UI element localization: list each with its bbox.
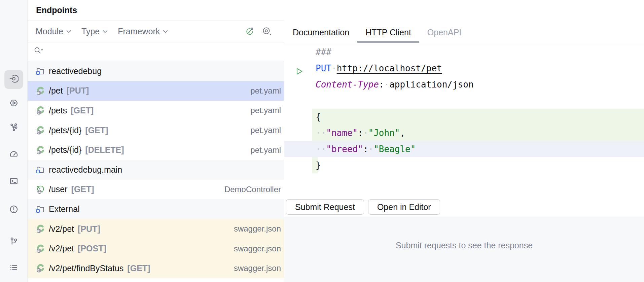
chevron-down-icon — [66, 30, 71, 33]
terminal-icon — [9, 176, 19, 187]
filter-bar: Module Type Framework — [28, 21, 284, 42]
problems-icon — [9, 205, 19, 215]
api-availability-icon[interactable] — [244, 27, 254, 37]
endpoint-row-/v2/pet[interactable]: /v2/pet [POST] swagger.json — [28, 239, 284, 258]
version-control-icon — [9, 237, 19, 247]
response-placeholder-area: Submit requests to see the response — [284, 217, 644, 282]
endpoint-path: reactivedebug — [49, 66, 102, 76]
source-file-label: swagger.json — [234, 224, 281, 234]
stripe-item-profiler[interactable] — [4, 145, 23, 164]
endpoints-tool-window: Endpoints Module Type Framework reactive… — [0, 0, 644, 282]
tool-window-stripe — [0, 0, 28, 282]
code-line[interactable]: ··"breed":·"Beagle" — [284, 141, 644, 157]
search-icon[interactable] — [33, 46, 45, 58]
method-tag: [GET] — [127, 263, 150, 273]
api-endpoint-icon — [36, 86, 45, 96]
endpoint-row-/v2/pet[interactable]: /v2/pet [PUT] swagger.json — [28, 219, 284, 239]
tab-documentation[interactable]: Documentation — [285, 21, 357, 44]
tab-openapi[interactable]: OpenAPI — [419, 21, 469, 44]
endpoint-row-/v2/pet/findByStatus[interactable]: /v2/pet/findByStatus [GET] swagger.json — [28, 258, 284, 278]
method-tag: [POST] — [78, 244, 106, 253]
source-file-label: pet.yaml — [250, 126, 281, 135]
endpoints-icon — [9, 74, 19, 85]
endpoint-row-/pets[interactable]: /pets [GET] pet.yaml — [28, 101, 284, 120]
endpoint-row-/user[interactable]: /user [GET] DemoController — [28, 180, 284, 200]
api-endpoint-icon — [36, 145, 45, 155]
stripe-item-todo[interactable] — [4, 259, 23, 278]
code-line[interactable]: PUT·http://localhost/pet — [284, 60, 644, 76]
run-request-icon[interactable] — [295, 64, 303, 72]
tab-http-client[interactable]: HTTP Client — [357, 21, 419, 44]
profiler-icon — [9, 149, 19, 160]
endpoint-path: /pet — [49, 86, 63, 96]
endpoint-path: /v2/pet/findByStatus — [49, 263, 123, 273]
method-tag: [PUT] — [78, 224, 100, 234]
stripe-item-terminal[interactable] — [4, 172, 23, 191]
endpoint-path: reactivedebug.main — [49, 165, 122, 175]
open-in-editor-button[interactable]: Open in Editor — [368, 199, 440, 215]
method-tag: [PUT] — [67, 86, 89, 96]
source-file-label: DemoController — [224, 185, 281, 194]
method-tag: [DELETE] — [85, 145, 124, 155]
code-line[interactable]: Content-Type:·application/json — [284, 76, 644, 93]
injected-fragment-highlight — [312, 109, 644, 125]
code-line[interactable] — [284, 93, 644, 109]
details-tabs: DocumentationHTTP ClientOpenAPI — [284, 21, 644, 44]
stripe-item-endpoints[interactable] — [4, 70, 23, 89]
services-icon — [9, 98, 19, 109]
response-placeholder-text: Submit requests to see the response — [396, 241, 533, 250]
code-line[interactable]: ### — [284, 44, 644, 60]
module-row-External[interactable]: External — [28, 199, 284, 219]
endpoint-path: /v2/pet — [49, 244, 74, 253]
todo-icon — [9, 263, 19, 274]
source-file-label: pet.yaml — [250, 86, 281, 96]
endpoint-path: /pets — [49, 106, 67, 115]
endpoint-details-panel: DocumentationHTTP ClientOpenAPI ###PUT·h… — [284, 0, 644, 282]
endpoint-path: /user — [49, 184, 68, 194]
module-folder-icon — [36, 165, 45, 174]
api-endpoint-icon — [36, 263, 45, 273]
source-file-label: swagger.json — [234, 244, 281, 253]
endpoint-path: /pets/{id} — [49, 145, 81, 155]
spring-endpoint-icon — [36, 185, 45, 194]
stripe-item-beans[interactable] — [4, 118, 23, 137]
module-folder-icon — [36, 66, 45, 76]
module-row-reactivedebug[interactable]: reactivedebug — [28, 61, 284, 81]
code-line[interactable]: ··"name":·"John", — [284, 125, 644, 141]
stripe-item-problems[interactable] — [4, 201, 23, 219]
chevron-down-icon — [103, 30, 108, 33]
http-request-editor[interactable]: ###PUT·http://localhost/petContent-Type:… — [284, 44, 644, 217]
filter-framework[interactable]: Framework — [118, 27, 168, 36]
module-folder-icon — [36, 204, 45, 214]
stripe-item-version-control[interactable] — [4, 233, 23, 251]
stripe-item-services[interactable] — [4, 94, 23, 113]
chevron-down-icon — [163, 30, 168, 33]
endpoint-list: reactivedebug /pet [PUT] pet.yaml /pets … — [28, 61, 284, 278]
module-row-reactivedebug.main[interactable]: reactivedebug.main — [28, 160, 284, 180]
endpoint-row-/pets/{id}[interactable]: /pets/{id} [GET] pet.yaml — [28, 120, 284, 140]
endpoint-row-/pet[interactable]: /pet [PUT] pet.yaml — [28, 81, 284, 101]
api-endpoint-icon — [36, 244, 45, 253]
method-tag: [GET] — [71, 106, 94, 115]
filter-type[interactable]: Type — [81, 27, 108, 36]
request-actions: Submit Request Open in Editor — [286, 199, 440, 215]
view-options-eye-icon[interactable] — [262, 27, 273, 37]
filter-module[interactable]: Module — [36, 27, 71, 36]
api-endpoint-icon — [36, 126, 45, 135]
endpoint-row-/pets/{id}[interactable]: /pets/{id} [DELETE] pet.yaml — [28, 140, 284, 160]
beans-icon — [9, 122, 19, 133]
endpoint-path: /v2/pet — [49, 224, 74, 234]
source-file-label: pet.yaml — [250, 145, 281, 155]
page-title: Endpoints — [36, 5, 77, 15]
panel-title-bar: Endpoints — [28, 0, 284, 21]
search-field[interactable] — [28, 42, 284, 61]
api-endpoint-icon — [36, 224, 45, 234]
code-line[interactable]: } — [284, 157, 644, 173]
code-line[interactable]: { — [284, 109, 644, 125]
method-tag: [GET] — [85, 126, 108, 135]
method-tag: [GET] — [71, 184, 94, 194]
endpoints-panel: Endpoints Module Type Framework reactive… — [28, 0, 284, 282]
endpoint-path: External — [49, 204, 80, 214]
submit-request-button[interactable]: Submit Request — [286, 199, 364, 215]
source-file-label: swagger.json — [234, 263, 281, 273]
